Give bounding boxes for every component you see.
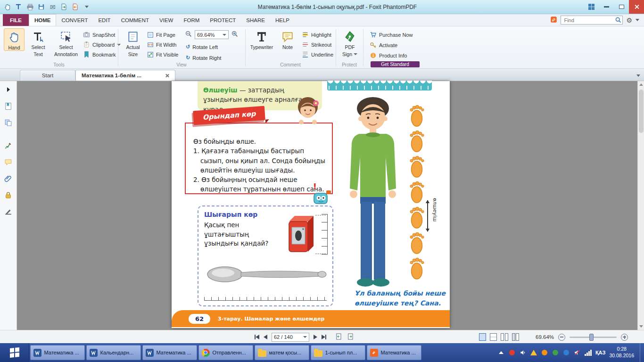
fit-page-button[interactable]: Fit Page <box>147 30 178 39</box>
save-icon[interactable] <box>37 2 46 11</box>
product-info-button[interactable]: Product Info <box>370 51 413 60</box>
bookmark-button[interactable]: Bookmark <box>83 50 121 59</box>
note-button[interactable]: Note <box>277 28 298 50</box>
strikeout-button[interactable]: Strikeout <box>302 40 333 49</box>
next-view-icon[interactable] <box>347 333 355 342</box>
printer-icon[interactable] <box>25 2 34 11</box>
convert-to-word-icon[interactable] <box>59 2 68 11</box>
previous-view-icon[interactable] <box>335 333 343 342</box>
rotate-left-button[interactable]: ↺ Rotate Left <box>186 42 221 51</box>
gear-dropdown-arrow[interactable] <box>636 19 639 21</box>
tab-edit[interactable]: EDIT <box>93 14 116 26</box>
vertical-scrollbar[interactable] <box>637 81 644 330</box>
clock[interactable]: 0:28 30.08.2016 <box>609 346 634 359</box>
single-page-mode-icon[interactable] <box>479 333 486 341</box>
tab-home[interactable]: HOME <box>29 14 57 26</box>
taskbar-folder-2[interactable]: 1-сынып пл... <box>311 345 365 360</box>
hand-tool-icon[interactable] <box>3 2 12 11</box>
continuous-facing-mode-icon[interactable] <box>512 333 520 341</box>
ui-layout-icon[interactable] <box>584 0 599 14</box>
security-panel-icon[interactable] <box>4 190 13 200</box>
taskbar-app-word-2[interactable]: Кальендарн... <box>86 345 141 360</box>
close-button[interactable] <box>629 0 644 14</box>
typewriter-button[interactable]: Typewriter <box>248 28 275 50</box>
muted-speaker-tray-icon[interactable] <box>574 349 581 356</box>
facing-mode-icon[interactable] <box>501 333 508 341</box>
comments-panel-icon[interactable] <box>4 157 13 167</box>
tab-share[interactable]: SHARE <box>241 14 270 26</box>
messenger-tray-icon[interactable] <box>563 349 570 356</box>
tab-form[interactable]: FORM <box>178 14 205 26</box>
show-desktop-button[interactable] <box>640 343 643 362</box>
scroll-down-arrow[interactable] <box>638 323 644 330</box>
fit-width-button[interactable]: Fit Width <box>147 40 178 49</box>
signature-panel-icon[interactable] <box>4 141 13 150</box>
zoom-out-button[interactable] <box>558 334 565 341</box>
tab-current-document[interactable]: Математика 1-бөлім ... <box>75 70 175 81</box>
page-number-combo[interactable]: 62 / 140 <box>272 333 309 342</box>
tab-view[interactable]: VIEW <box>154 14 178 26</box>
zoom-slider[interactable] <box>570 337 617 338</box>
sync-tray-icon[interactable] <box>552 349 559 356</box>
first-page-button[interactable] <box>255 335 259 339</box>
last-page-button[interactable] <box>322 335 326 339</box>
convert-to-pdf-icon[interactable] <box>71 2 80 11</box>
tab-list-dropdown[interactable] <box>636 74 640 77</box>
scrollbar-thumb[interactable] <box>639 90 644 133</box>
tab-protect[interactable]: PROTECT <box>205 14 241 26</box>
gear-icon[interactable]: ⚙ <box>626 16 632 24</box>
underline-button[interactable]: Underline <box>302 50 333 59</box>
close-tab-icon[interactable] <box>165 74 169 78</box>
pages-panel-icon[interactable] <box>4 118 13 127</box>
bookmarks-panel-icon[interactable] <box>4 101 13 111</box>
fit-visible-button[interactable]: Fit Visible <box>147 50 178 59</box>
volume-tray-icon[interactable] <box>520 349 527 356</box>
language-indicator[interactable]: ҚАЗ <box>595 350 606 355</box>
tab-convert[interactable]: CONVERT <box>56 14 93 26</box>
email-icon[interactable]: ✉ <box>48 2 57 11</box>
zoom-in-icon[interactable] <box>231 30 239 39</box>
find-input[interactable] <box>561 16 623 25</box>
tab-start-page[interactable]: Start <box>20 70 75 81</box>
purchase-now-button[interactable]: Purchase Now <box>370 30 413 39</box>
select-text-icon[interactable] <box>14 2 23 11</box>
highlight-button[interactable]: Highlight <box>302 30 333 39</box>
zoom-out-icon[interactable] <box>185 30 192 39</box>
restore-button[interactable] <box>614 0 629 14</box>
taskbar-app-foxit[interactable]: Математика ... <box>367 345 421 360</box>
hidden-icons-chevron[interactable] <box>498 349 505 356</box>
snapshot-button[interactable]: SnapShot <box>83 30 121 39</box>
taskbar-app-chrome[interactable]: Отправленн... <box>198 345 253 360</box>
activate-button[interactable]: Activate <box>370 41 413 49</box>
actual-size-button[interactable]: Actual Size <box>122 28 144 57</box>
zoom-in-button[interactable] <box>621 334 628 341</box>
clipboard-button[interactable]: Clipboard <box>83 40 121 49</box>
tab-file[interactable]: FILE <box>3 14 29 26</box>
zoom-combo[interactable]: 69.64% <box>195 30 229 39</box>
digital-signature-panel-icon[interactable] <box>4 207 13 216</box>
start-button[interactable] <box>0 343 29 362</box>
expand-panel-arrow[interactable] <box>4 85 13 94</box>
attachments-panel-icon[interactable] <box>4 174 13 183</box>
hand-button[interactable]: Hand <box>4 28 25 51</box>
rotate-right-button[interactable]: ↻ Rotate Right <box>186 53 221 62</box>
network-tray-icon[interactable] <box>585 349 592 356</box>
pdf-page[interactable]: Өлшеуіш — заттардың ұзындығын өлшеуге ар… <box>172 81 450 328</box>
tab-comment[interactable]: COMMENT <box>116 14 154 26</box>
previous-page-button[interactable] <box>264 335 267 339</box>
update-tray-icon[interactable] <box>541 349 548 356</box>
taskbar-app-word-3[interactable]: Математика ... <box>142 345 197 360</box>
zoom-slider-thumb[interactable] <box>589 334 594 341</box>
search-icon[interactable] <box>615 16 622 25</box>
select-text-button[interactable]: Select Text <box>26 28 50 57</box>
antivirus-tray-icon[interactable] <box>509 349 516 356</box>
next-page-button[interactable] <box>314 335 317 339</box>
taskbar-app-word-1[interactable]: Математика ... <box>30 345 85 360</box>
customize-toolbar-arrow[interactable] <box>82 2 91 11</box>
taskbar-folder-1[interactable]: матем қосы... <box>255 345 309 360</box>
continuous-mode-icon[interactable] <box>490 333 497 341</box>
tab-help[interactable]: HELP <box>270 14 295 26</box>
pdf-sign-button[interactable]: PDF Sign <box>338 28 362 57</box>
minimize-button[interactable] <box>599 0 614 14</box>
select-annotation-button[interactable]: Select Annotation <box>52 28 80 57</box>
